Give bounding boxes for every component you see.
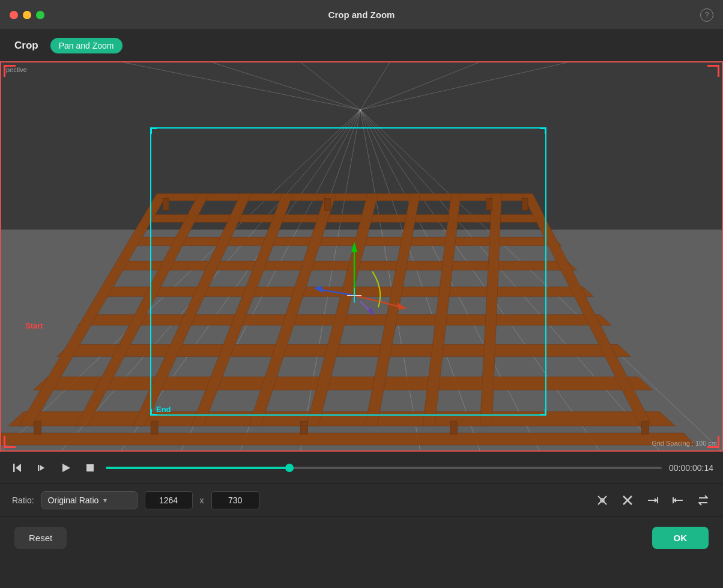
ratio-label: Ratio: [12,496,34,505]
step-forward-button[interactable] [34,459,50,476]
tabs-bar: Crop Pan and Zoom [0,30,723,61]
window-title: Crop and Zoom [328,10,395,20]
svg-rect-65 [86,464,94,471]
svg-rect-41 [163,198,169,210]
svg-marker-29 [8,411,675,426]
svg-rect-44 [522,198,528,210]
back-step-icon [13,462,23,473]
clear-button[interactable] [620,493,635,508]
svg-marker-61 [16,464,21,472]
swap-icon [697,494,710,507]
scene-svg [1,62,722,450]
start-label: Start [25,321,43,330]
svg-rect-43 [486,198,492,210]
ratio-actions [594,493,711,508]
window-controls [10,11,44,19]
svg-rect-47 [300,421,307,434]
scrubber-track[interactable] [106,467,662,469]
help-icon[interactable]: ? [700,8,713,22]
end-label: End [156,405,171,414]
svg-rect-46 [151,421,158,434]
perspective-label: pective [6,66,27,73]
tab-crop[interactable]: Crop [14,37,38,54]
scissors-icon [596,494,609,507]
maximize-button[interactable] [36,11,44,19]
step-forward-icon [37,462,47,473]
ratio-selected-value: Original Ratio [48,496,99,505]
minimize-button[interactable] [23,11,31,19]
align-left-button[interactable] [670,493,686,508]
svg-marker-22 [144,214,547,222]
reset-button[interactable]: Reset [14,527,67,549]
play-icon [61,462,71,473]
align-right-button[interactable] [645,493,661,508]
scrubber-container[interactable] [106,467,662,469]
svg-marker-24 [114,261,576,270]
svg-rect-48 [450,421,458,434]
stop-icon [85,462,95,473]
clear-icon [621,494,634,507]
svg-marker-28 [34,377,653,390]
canvas-area: pective [0,61,723,452]
timecode: 00:00:00:14 [669,463,713,473]
corner-tr [707,65,719,77]
dimension-separator: x [200,496,204,505]
swap-button[interactable] [695,493,711,508]
play-button[interactable] [58,459,74,476]
stop-button[interactable] [82,459,98,476]
align-right-icon [646,494,659,507]
bottom-bar: Reset OK [0,517,723,559]
tab-pan-zoom[interactable]: Pan and Zoom [50,38,123,53]
svg-marker-64 [62,464,70,472]
close-button[interactable] [10,11,18,19]
grid-spacing-label: Grid Spacing : 100 cm [652,440,717,447]
svg-marker-21 [157,193,534,201]
svg-marker-63 [40,465,44,471]
svg-rect-60 [13,464,15,472]
svg-rect-49 [641,421,649,434]
scissors-button[interactable] [594,493,610,508]
scrubber-thumb[interactable] [285,464,294,472]
ok-button[interactable]: OK [652,527,709,549]
ratio-bar: Ratio: Original Ratio ▾ x [0,483,723,517]
svg-rect-42 [324,198,330,210]
scrubber-fill [106,467,289,469]
width-input[interactable] [145,491,193,509]
titlebar: Crop and Zoom ? [0,0,723,30]
svg-rect-45 [34,421,41,434]
svg-marker-27 [57,345,631,357]
corner-bl [4,436,16,448]
svg-marker-30 [1,433,695,445]
svg-marker-1 [1,62,722,229]
ratio-dropdown[interactable]: Original Ratio ▾ [41,491,138,509]
align-left-icon [671,494,685,507]
chevron-down-icon: ▾ [103,496,107,505]
svg-rect-62 [38,465,39,471]
transport-bar: 00:00:00:14 [0,452,723,483]
back-step-button[interactable] [10,459,26,476]
height-input[interactable] [211,491,259,509]
